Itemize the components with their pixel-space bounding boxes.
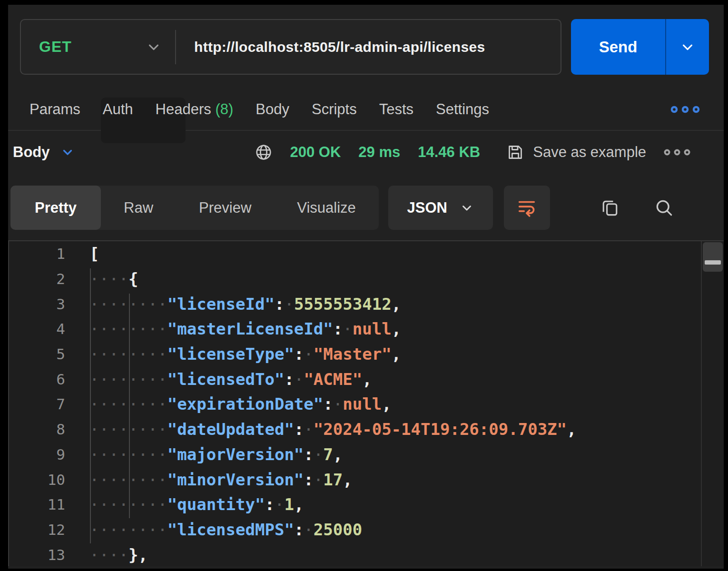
indent-guide (90, 268, 91, 543)
request-tabs: Params Auth Headers (8) Body Scripts Tes… (30, 95, 700, 124)
line-number: 2 (9, 270, 65, 287)
line-number: 7 (9, 395, 65, 413)
chevron-down-icon[interactable] (60, 145, 75, 159)
code-line: 5········"licenseType":·"Master", (9, 342, 724, 367)
code-line: 10········"minorVersion":·17, (9, 467, 724, 492)
request-url-box: GET http://localhost:8505/lr-admin-api/l… (20, 19, 561, 75)
language-label: JSON (407, 199, 447, 217)
view-tab-preview[interactable]: Preview (176, 186, 274, 230)
send-options-button[interactable] (666, 19, 709, 75)
headers-count-badge: (8) (215, 101, 233, 118)
tab-auth[interactable]: Auth (103, 101, 133, 118)
code-line: 9········"majorVersion":·7, (9, 442, 724, 467)
code-line: 6········"licensedTo":·"ACME", (9, 366, 724, 392)
line-number: 6 (9, 371, 65, 388)
response-view-bar: Pretty Raw Preview Visualize JSON (10, 186, 724, 230)
code-line: 7········"expirationDate":·null, (9, 392, 724, 417)
response-body-editor[interactable]: 1[2····{3········"licenseId":·5555553412… (8, 240, 724, 566)
response-time[interactable]: 29 ms (358, 144, 400, 161)
chevron-down-icon (460, 201, 474, 215)
line-number: 5 (9, 345, 65, 363)
save-as-example-button[interactable]: Save as example (533, 144, 646, 161)
url-input[interactable]: http://localhost:8505/lr-admin-api/licen… (194, 39, 485, 55)
request-response-panel: GET http://localhost:8505/lr-admin-api/l… (8, 5, 724, 569)
code-line: 11········"quantity":·1, (9, 492, 724, 517)
method-url-divider (175, 30, 176, 64)
search-icon[interactable] (654, 197, 675, 218)
more-options-icon[interactable] (670, 103, 700, 116)
line-number: 1 (9, 245, 65, 262)
method-selector[interactable]: GET (21, 38, 175, 56)
response-pane-selector[interactable]: Body (13, 144, 50, 161)
code-line: 3········"licenseId":·5555553412, (9, 291, 724, 316)
globe-icon (255, 143, 273, 161)
chevron-down-icon (679, 39, 696, 55)
request-bar: GET http://localhost:8505/lr-admin-api/l… (20, 19, 724, 75)
tab-headers[interactable]: Headers (8) (156, 101, 234, 118)
wrap-text-icon (516, 197, 538, 219)
tab-params[interactable]: Params (30, 101, 80, 118)
tab-body[interactable]: Body (256, 101, 289, 118)
tab-scripts[interactable]: Scripts (312, 101, 357, 118)
indent-guide (129, 294, 130, 518)
code-line: 1[ (9, 241, 724, 266)
language-selector[interactable]: JSON (388, 186, 493, 230)
code-line: 12········"licensedMPS":·25000 (9, 517, 724, 542)
view-tab-pretty[interactable]: Pretty (10, 186, 101, 230)
more-options-icon[interactable] (664, 146, 690, 158)
send-button-group: Send (571, 19, 709, 75)
scrollbar-track[interactable] (701, 241, 724, 566)
line-number: 8 (9, 421, 65, 438)
status-badge[interactable]: 200 OK (290, 144, 341, 161)
view-tab-raw[interactable]: Raw (101, 186, 176, 230)
line-number: 11 (9, 496, 65, 513)
save-icon[interactable] (506, 143, 525, 162)
line-number: 3 (9, 295, 65, 313)
line-number: 12 (9, 521, 65, 538)
line-number: 9 (9, 446, 65, 463)
send-button[interactable]: Send (571, 19, 665, 75)
tab-tests[interactable]: Tests (379, 101, 413, 118)
line-number: 13 (9, 546, 65, 563)
code-line: 8········"dateUpdated":·"2024-05-14T19:2… (9, 417, 724, 442)
line-number: 4 (9, 320, 65, 337)
line-number: 10 (9, 471, 65, 488)
scrollbar-marker (705, 260, 721, 265)
copy-icon[interactable] (600, 197, 620, 218)
scrollbar-thumb[interactable] (703, 242, 723, 272)
view-tab-visualize[interactable]: Visualize (274, 186, 379, 230)
wrap-text-button[interactable] (504, 186, 550, 230)
view-tab-strip: Pretty Raw Preview Visualize (10, 186, 379, 230)
chevron-down-icon (146, 39, 162, 55)
code-line: 4········"masterLicenseId":·null, (9, 316, 724, 342)
code-line: 2····{ (9, 266, 724, 292)
method-label: GET (39, 38, 72, 56)
response-size[interactable]: 14.46 KB (418, 144, 480, 161)
code-lines: 1[2····{3········"licenseId":·5555553412… (9, 241, 724, 566)
code-line: 13····}, (9, 542, 724, 566)
tab-settings[interactable]: Settings (436, 101, 489, 118)
